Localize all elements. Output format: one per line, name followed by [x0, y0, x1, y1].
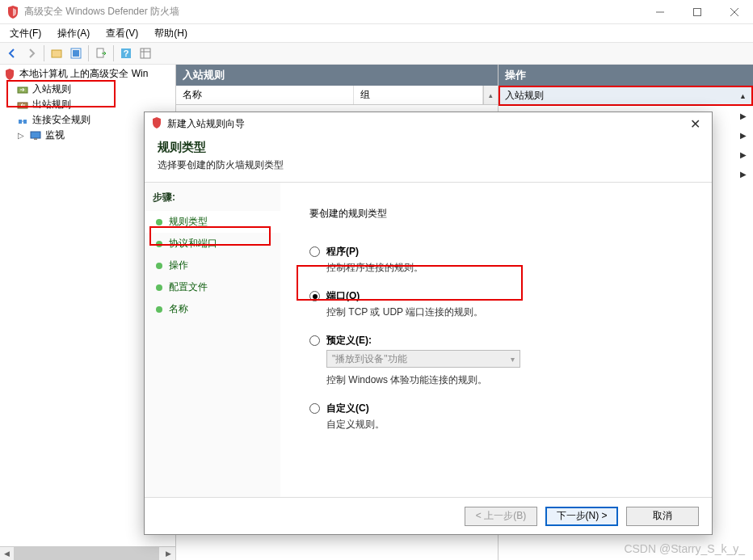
wizard-icon [151, 117, 162, 131]
scroll-left[interactable]: ◀ [0, 547, 14, 560]
back-button: < 上一步(B) [465, 507, 537, 526]
titlebar-title: 高级安全 Windows Defender 防火墙 [24, 5, 179, 19]
tree-inbound[interactable]: 入站规则 [15, 82, 174, 97]
minimize-button[interactable] [642, 0, 679, 24]
wizard-subtitle: 选择要创建的防火墙规则类型 [158, 158, 699, 172]
maximize-button[interactable] [679, 0, 716, 24]
menu-help[interactable]: 帮助(H) [148, 25, 194, 42]
svg-rect-4 [52, 50, 61, 57]
help-button[interactable]: ? [117, 44, 135, 62]
menubar: 文件(F) 操作(A) 查看(V) 帮助(H) [0, 24, 753, 42]
cancel-button[interactable]: 取消 [626, 507, 699, 526]
monitor-icon [29, 129, 42, 142]
actions-section[interactable]: 入站规则 ▲ [498, 86, 753, 106]
radio-icon [309, 291, 320, 301]
collapse-icon: ▲ [739, 92, 747, 100]
refresh-button[interactable] [67, 44, 85, 62]
svg-text:?: ? [124, 48, 129, 58]
scroll-right[interactable]: ▶ [162, 547, 175, 560]
tree-monitor-label: 监视 [45, 128, 65, 142]
radio-custom[interactable]: 自定义(C) 自定义规则。 [309, 402, 696, 432]
close-button[interactable] [716, 0, 753, 24]
predefined-select: "播放到设备"功能▾ [326, 350, 520, 368]
wizard-heading: 规则类型 [158, 140, 699, 155]
radio-icon [309, 246, 320, 257]
menu-action[interactable]: 操作(A) [51, 25, 96, 42]
wizard-close-button[interactable]: ✕ [685, 115, 705, 133]
wizard-question: 要创建的规则类型 [309, 207, 696, 221]
scroll-up[interactable]: ▴ [483, 86, 498, 104]
svg-rect-10 [141, 48, 150, 58]
radio-program[interactable]: 程序(P) 控制程序连接的规则。 [309, 245, 696, 275]
center-header: 入站规则 [176, 65, 498, 86]
actions-header: 操作 [498, 65, 753, 86]
scrollbar-horizontal[interactable] [14, 547, 162, 560]
tree-inbound-label: 入站规则 [32, 82, 71, 96]
outbound-icon [16, 99, 29, 112]
step-action[interactable]: 操作 [145, 255, 280, 276]
next-button[interactable]: 下一步(N) > [545, 507, 618, 526]
column-name[interactable]: 名称 [176, 86, 354, 104]
steps-title: 步骤: [145, 187, 280, 211]
step-name[interactable]: 名称 [145, 298, 280, 320]
app-icon [6, 6, 19, 19]
step-rule-type[interactable]: 规则类型 [145, 211, 280, 233]
security-icon [16, 114, 29, 127]
column-group[interactable]: 组 [354, 86, 483, 104]
folder-button[interactable] [48, 44, 65, 62]
radio-port[interactable]: 端口(O) 控制 TCP 或 UDP 端口连接的规则。 [309, 289, 696, 319]
titlebar: 高级安全 Windows Defender 防火墙 [0, 0, 753, 24]
svg-rect-1 [694, 8, 701, 15]
svg-rect-6 [73, 50, 79, 57]
toolbar: ? [0, 42, 753, 65]
tree-outbound[interactable]: 出站规则 [15, 97, 174, 112]
step-profile[interactable]: 配置文件 [145, 276, 280, 298]
list-button[interactable] [137, 44, 154, 62]
forward-button[interactable] [23, 44, 40, 62]
menu-file[interactable]: 文件(F) [3, 25, 48, 42]
inbound-icon [16, 83, 29, 96]
step-protocol-port[interactable]: 协议和端口 [145, 233, 280, 255]
svg-rect-19 [34, 138, 37, 140]
tree-outbound-label: 出站规则 [32, 98, 71, 112]
export-button[interactable] [92, 44, 110, 62]
svg-rect-18 [31, 132, 40, 138]
wizard-steps: 步骤: 规则类型 协议和端口 操作 配置文件 名称 [145, 183, 280, 497]
tree-security-label: 连接安全规则 [32, 113, 90, 127]
shield-icon [3, 68, 16, 81]
svg-rect-15 [19, 120, 22, 124]
back-button[interactable] [3, 44, 21, 62]
tree-root[interactable]: 本地计算机 上的高级安全 Win [2, 66, 174, 82]
wizard-title: 新建入站规则向导 [167, 117, 245, 131]
radio-icon [309, 403, 320, 414]
wizard-dialog: 新建入站规则向导 ✕ 规则类型 选择要创建的防火墙规则类型 步骤: 规则类型 协… [144, 112, 713, 535]
menu-view[interactable]: 查看(V) [99, 25, 145, 42]
chevron-down-icon: ▾ [511, 355, 515, 364]
expand-icon[interactable]: ▷ [16, 131, 26, 140]
actions-section-label: 入站规则 [505, 89, 544, 103]
radio-predefined[interactable]: 预定义(E): "播放到设备"功能▾ 控制 Windows 体验功能连接的规则。 [309, 334, 696, 387]
tree-root-label: 本地计算机 上的高级安全 Win [19, 67, 148, 81]
svg-rect-16 [23, 120, 27, 124]
radio-icon [309, 335, 320, 346]
